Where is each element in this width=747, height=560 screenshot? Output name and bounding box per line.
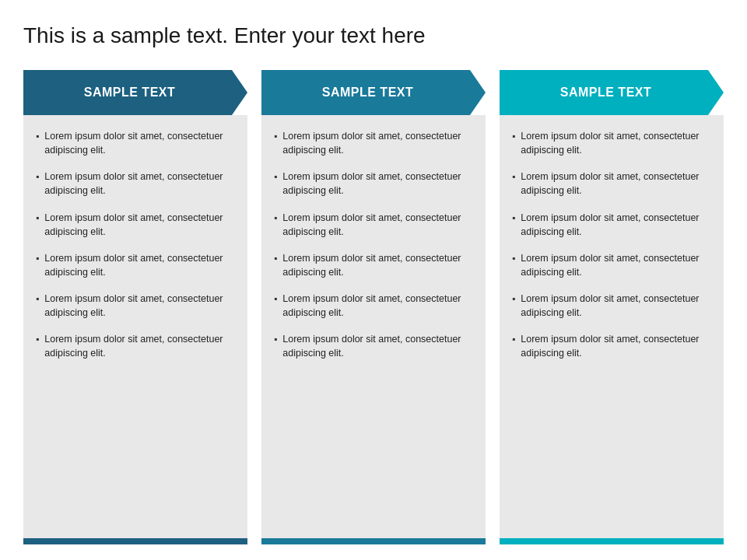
column-footer-2: [261, 538, 486, 544]
bullet-item-1-2: ▪Lorem ipsum dolor sit amet, consectetue…: [36, 170, 235, 198]
bullet-text: Lorem ipsum dolor sit amet, consectetuer…: [44, 251, 235, 279]
column-body-2: ▪Lorem ipsum dolor sit amet, consectetue…: [261, 115, 486, 538]
bullet-marker: ▪: [36, 170, 39, 184]
bullet-text: Lorem ipsum dolor sit amet, consectetuer…: [282, 251, 473, 279]
bullet-item-1-5: ▪Lorem ipsum dolor sit amet, consectetue…: [36, 292, 235, 320]
bullet-text: Lorem ipsum dolor sit amet, consectetuer…: [521, 170, 711, 198]
page-title: This is a sample text. Enter your text h…: [23, 23, 724, 48]
bullet-item-2-6: ▪Lorem ipsum dolor sit amet, consectetue…: [274, 332, 473, 360]
column-body-1: ▪Lorem ipsum dolor sit amet, consectetue…: [23, 115, 247, 538]
bullet-text: Lorem ipsum dolor sit amet, consectetuer…: [44, 332, 235, 360]
column-header-label-3: SAMPLE TEXT: [560, 86, 664, 100]
bullet-text: Lorem ipsum dolor sit amet, consectetuer…: [282, 292, 473, 320]
bullet-item-3-6: ▪Lorem ipsum dolor sit amet, consectetue…: [512, 332, 711, 360]
bullet-marker: ▪: [274, 170, 277, 184]
column-header-1: SAMPLE TEXT: [23, 70, 247, 115]
bullet-text: Lorem ipsum dolor sit amet, consectetuer…: [521, 129, 711, 157]
bullet-text: Lorem ipsum dolor sit amet, consectetuer…: [44, 292, 235, 320]
bullet-text: Lorem ipsum dolor sit amet, consectetuer…: [44, 211, 235, 239]
bullet-text: Lorem ipsum dolor sit amet, consectetuer…: [282, 129, 473, 157]
bullet-marker: ▪: [512, 333, 515, 346]
bullet-text: Lorem ipsum dolor sit amet, consectetuer…: [521, 292, 711, 320]
column-header-3: SAMPLE TEXT: [500, 70, 724, 115]
column-2: SAMPLE TEXT▪Lorem ipsum dolor sit amet, …: [261, 70, 486, 544]
bullet-text: Lorem ipsum dolor sit amet, consectetuer…: [521, 211, 711, 239]
bullet-text: Lorem ipsum dolor sit amet, consectetuer…: [44, 129, 235, 157]
bullet-text: Lorem ipsum dolor sit amet, consectetuer…: [282, 170, 473, 198]
bullet-item-3-5: ▪Lorem ipsum dolor sit amet, consectetue…: [512, 292, 711, 320]
bullet-text: Lorem ipsum dolor sit amet, consectetuer…: [521, 251, 711, 279]
column-footer-3: [500, 538, 724, 544]
bullet-marker: ▪: [36, 292, 39, 306]
bullet-item-3-3: ▪Lorem ipsum dolor sit amet, consectetue…: [512, 211, 711, 239]
bullet-text: Lorem ipsum dolor sit amet, consectetuer…: [282, 211, 473, 239]
bullet-item-2-3: ▪Lorem ipsum dolor sit amet, consectetue…: [274, 211, 473, 239]
bullet-text: Lorem ipsum dolor sit amet, consectetuer…: [521, 332, 711, 360]
bullet-item-3-2: ▪Lorem ipsum dolor sit amet, consectetue…: [512, 170, 711, 198]
bullet-item-1-1: ▪Lorem ipsum dolor sit amet, consectetue…: [36, 129, 235, 157]
bullet-item-1-4: ▪Lorem ipsum dolor sit amet, consectetue…: [36, 251, 235, 279]
column-header-label-2: SAMPLE TEXT: [322, 86, 426, 100]
column-header-label-1: SAMPLE TEXT: [84, 86, 188, 100]
bullet-marker: ▪: [274, 292, 277, 306]
column-body-3: ▪Lorem ipsum dolor sit amet, consectetue…: [500, 115, 724, 538]
column-header-2: SAMPLE TEXT: [261, 70, 486, 115]
bullet-marker: ▪: [512, 252, 515, 265]
bullet-marker: ▪: [512, 212, 515, 225]
bullet-item-2-4: ▪Lorem ipsum dolor sit amet, consectetue…: [274, 251, 473, 279]
bullet-item-1-6: ▪Lorem ipsum dolor sit amet, consectetue…: [36, 332, 235, 360]
bullet-marker: ▪: [274, 130, 277, 143]
bullet-item-1-3: ▪Lorem ipsum dolor sit amet, consectetue…: [36, 211, 235, 239]
page-container: This is a sample text. Enter your text h…: [0, 0, 747, 560]
bullet-marker: ▪: [512, 170, 515, 184]
bullet-text: Lorem ipsum dolor sit amet, consectetuer…: [282, 332, 473, 360]
column-3: SAMPLE TEXT▪Lorem ipsum dolor sit amet, …: [500, 70, 724, 544]
bullet-marker: ▪: [36, 130, 39, 143]
bullet-item-3-4: ▪Lorem ipsum dolor sit amet, consectetue…: [512, 251, 711, 279]
bullet-marker: ▪: [274, 212, 277, 225]
bullet-marker: ▪: [512, 292, 515, 306]
bullet-marker: ▪: [36, 333, 39, 346]
bullet-marker: ▪: [36, 252, 39, 265]
bullet-item-2-2: ▪Lorem ipsum dolor sit amet, consectetue…: [274, 170, 473, 198]
column-1: SAMPLE TEXT▪Lorem ipsum dolor sit amet, …: [23, 70, 247, 544]
bullet-item-3-1: ▪Lorem ipsum dolor sit amet, consectetue…: [512, 129, 711, 157]
columns-container: SAMPLE TEXT▪Lorem ipsum dolor sit amet, …: [23, 70, 724, 544]
bullet-marker: ▪: [274, 252, 277, 265]
bullet-marker: ▪: [512, 130, 515, 143]
bullet-item-2-5: ▪Lorem ipsum dolor sit amet, consectetue…: [274, 292, 473, 320]
bullet-marker: ▪: [274, 333, 277, 346]
bullet-text: Lorem ipsum dolor sit amet, consectetuer…: [44, 170, 235, 198]
column-footer-1: [23, 538, 247, 544]
bullet-item-2-1: ▪Lorem ipsum dolor sit amet, consectetue…: [274, 129, 473, 157]
bullet-marker: ▪: [36, 212, 39, 225]
